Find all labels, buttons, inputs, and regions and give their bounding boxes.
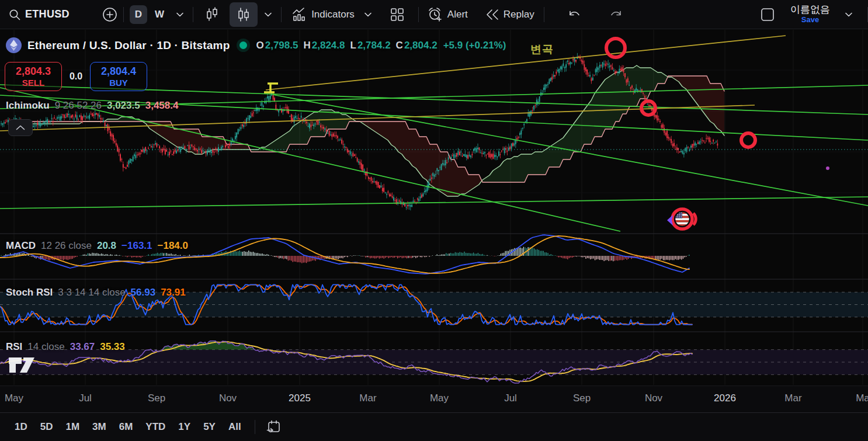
- time-axis-label: Sep: [148, 393, 165, 404]
- bottom-toolbar: 1D5D1M3M6MYTD1Y5YAll: [0, 412, 868, 441]
- pane-collapse-button[interactable]: [8, 119, 33, 136]
- symbol-search-button[interactable]: ETHUSD: [8, 8, 70, 21]
- replay-button[interactable]: Replay: [485, 8, 534, 21]
- save-button[interactable]: Save: [801, 16, 819, 24]
- time-axis-label: Ma: [856, 393, 868, 404]
- trendline-drawing[interactable]: [0, 197, 868, 209]
- interval-1w-button[interactable]: W: [150, 5, 169, 24]
- time-axis-label: Nov: [645, 393, 662, 404]
- chart-style-dropdown-button[interactable]: [261, 9, 275, 20]
- layout-title-block: 이름없음 Save: [790, 5, 830, 24]
- macd-value-hist: 20.8: [97, 240, 116, 252]
- time-axis-label: 2026: [714, 393, 736, 404]
- ohlc-high: H2,824.8: [303, 40, 345, 51]
- bars-style-icon: [205, 7, 219, 22]
- go-to-date-button[interactable]: [262, 416, 284, 438]
- stoch-name: Stoch RSI: [6, 287, 53, 298]
- macd-value-line: −163.1: [121, 240, 152, 252]
- buy-button[interactable]: 2,804.4 BUY: [90, 62, 147, 91]
- macd-params: 12 26 close: [41, 240, 92, 252]
- chart-style-bars-button[interactable]: [202, 4, 223, 26]
- layout-select-button[interactable]: [756, 4, 779, 26]
- range-button-5d[interactable]: 5D: [34, 418, 60, 436]
- stoch-rsi-legend[interactable]: Stoch RSI 3 3 14 14 close 56.93 73.91: [6, 287, 186, 298]
- chevron-down-icon: [265, 12, 272, 17]
- toolbar-divider: [544, 7, 544, 22]
- sell-button[interactable]: 2,804.3 SELL: [5, 62, 62, 91]
- rsi-pane: [0, 341, 868, 383]
- search-icon: [8, 8, 21, 21]
- time-axis-label: Jul: [79, 393, 92, 404]
- chevron-up-icon: [16, 125, 25, 130]
- annotation-circle[interactable]: [741, 133, 755, 147]
- range-button-1m[interactable]: 1M: [59, 418, 86, 436]
- chevron-down-icon: [176, 12, 183, 17]
- ethereum-logo-icon: [6, 37, 22, 53]
- ohlc-low: L2,784.2: [350, 40, 390, 51]
- chart-annotations: [264, 39, 829, 229]
- chevron-down-icon: [364, 12, 371, 17]
- chevron-down-icon: [845, 12, 852, 17]
- toolbar-divider: [418, 7, 419, 22]
- ichimoku-legend[interactable]: Ichimoku 9 26 52 26 3,023.5 3,458.4: [6, 100, 178, 112]
- range-button-1d[interactable]: 1D: [8, 418, 34, 436]
- eth-diamond-icon: [10, 40, 18, 51]
- annotation-text-inflection[interactable]: 변곡: [530, 42, 554, 57]
- range-button-1y[interactable]: 1Y: [172, 418, 197, 436]
- rsi-ma-value: 35.33: [100, 341, 125, 353]
- tradingview-logo[interactable]: [8, 354, 36, 377]
- ohlc-change: +5.9 (+0.21%): [443, 40, 506, 51]
- annotation-circle[interactable]: [606, 39, 625, 57]
- interval-dropdown-button[interactable]: [173, 9, 187, 20]
- toolbar-divider: [123, 7, 124, 22]
- symbol-name: ETHUSD: [25, 8, 70, 20]
- grid-icon: [390, 8, 404, 22]
- time-axis-label: Mar: [784, 393, 801, 404]
- ohlc-open: O2,798.5: [256, 40, 298, 51]
- macd-name: MACD: [6, 240, 36, 252]
- layout-square-icon: [760, 7, 775, 22]
- rsi-value: 33.67: [70, 341, 95, 353]
- toolbar-divider: [193, 7, 193, 22]
- plus-circle-icon: [102, 7, 117, 22]
- layout-name[interactable]: 이름없음: [790, 5, 830, 16]
- compare-add-button[interactable]: [102, 7, 117, 22]
- time-axis-label: Nov: [219, 393, 237, 404]
- range-button-all[interactable]: All: [222, 418, 248, 436]
- undo-icon: [568, 9, 582, 20]
- indicators-button[interactable]: Indicators: [292, 8, 371, 22]
- date-range-buttons: 1D5D1M3M6MYTD1Y5YAll: [8, 418, 248, 436]
- range-button-ytd[interactable]: YTD: [139, 418, 172, 436]
- undo-button[interactable]: [564, 6, 585, 23]
- indicator-templates-button[interactable]: [387, 4, 408, 25]
- stoch-value-d: 73.91: [161, 287, 186, 298]
- replay-label: Replay: [504, 9, 534, 20]
- redo-button[interactable]: [605, 6, 626, 23]
- buy-label: BUY: [109, 78, 128, 88]
- candles-style-icon: [237, 7, 251, 22]
- macd-legend[interactable]: MACD 12 26 close 20.8 −163.1 −184.0: [6, 240, 188, 252]
- interval-1d-button[interactable]: D: [130, 5, 147, 24]
- symbol-legend: Ethereum / U.S. Dollar · 1D · Bitstamp O…: [6, 37, 506, 53]
- rsi-legend[interactable]: RSI 14 close 33.67 35.33: [6, 341, 125, 353]
- ichimoku-name: Ichimoku: [6, 100, 50, 112]
- range-button-3m[interactable]: 3M: [86, 418, 113, 436]
- chart-style-candles-button[interactable]: [230, 2, 258, 27]
- annotation-dot[interactable]: [826, 166, 829, 170]
- alert-button[interactable]: Alert: [427, 6, 468, 23]
- spread-value: 0.0: [62, 71, 90, 82]
- toolbar-divider: [281, 7, 282, 22]
- range-button-5y[interactable]: 5Y: [197, 418, 222, 436]
- redo-icon: [609, 9, 623, 20]
- indicators-label: Indicators: [311, 9, 355, 20]
- rsi-params: 14 close: [27, 341, 64, 353]
- rsi-name: RSI: [6, 341, 22, 353]
- market-status-dot[interactable]: [239, 41, 247, 49]
- annotation-step-mark[interactable]: [264, 84, 278, 92]
- layout-menu-button[interactable]: [842, 9, 856, 20]
- toolbar-divider: [255, 420, 255, 434]
- range-button-6m[interactable]: 6M: [113, 418, 140, 436]
- alert-label: Alert: [447, 9, 468, 20]
- time-axis[interactable]: MayJulSepNov2025MarMayJulSepNov2026MarMa: [0, 386, 868, 412]
- symbol-title[interactable]: Ethereum / U.S. Dollar · 1D · Bitstamp: [27, 39, 230, 52]
